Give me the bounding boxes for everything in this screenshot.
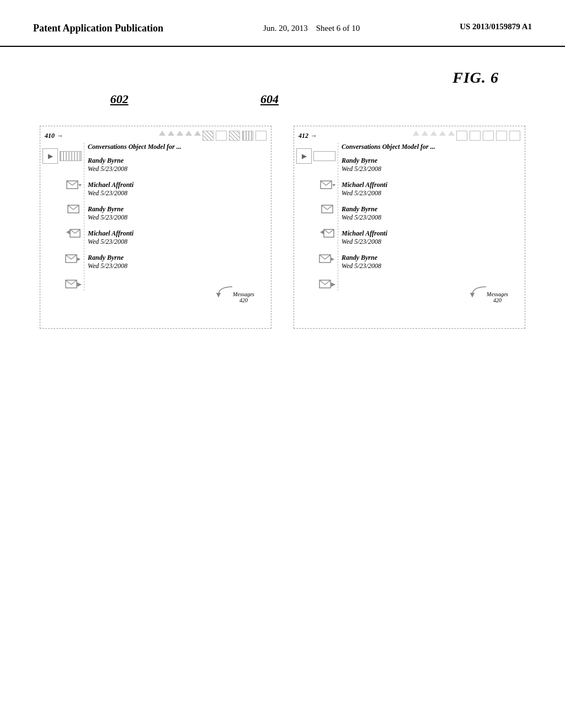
tri-icon [413, 131, 419, 136]
tri-icon [159, 131, 166, 136]
tri-icon [430, 131, 437, 136]
tri-icon [439, 131, 446, 136]
conv-header-602: Conversations Object Model for ... [88, 143, 266, 151]
svg-marker-17 [331, 282, 335, 287]
svg-marker-1 [78, 184, 82, 186]
diag-604-content: Conversations Object Model for ... Randy… [299, 143, 520, 291]
conv-row-2-604: Michael Affronti Wed 5/23/2008 [342, 181, 520, 197]
tri-icon [168, 131, 174, 136]
diagram-labels-row: 602 604 [22, 92, 543, 106]
conv-header-text-604: Conversations Object Model for ... [342, 143, 435, 151]
envelope-arrow-bold-icon-5 [65, 279, 82, 291]
tri-icon [185, 131, 192, 136]
play-button-icon-604 [296, 148, 312, 164]
diag-604-left-col [299, 143, 338, 291]
conv-row-2-602: Michael Affronti Wed 5/23/2008 [88, 181, 266, 197]
svg-marker-3 [66, 230, 70, 234]
diagram-602: 410 → [40, 126, 271, 329]
row-text-2: Michael Affronti Wed 5/23/2008 [88, 181, 266, 197]
header-title: Patent Application Publication [33, 22, 163, 35]
arrow-envelope-icon-604-3 [320, 228, 335, 240]
email-icon-2 [66, 204, 82, 215]
row-text-3: Randy Byrne Wed 5/23/2008 [88, 205, 266, 222]
conv-header-text: Conversations Object Model for ... [88, 143, 182, 151]
svg-marker-12 [320, 230, 324, 234]
icon-box-empty-1 [456, 131, 467, 141]
email-arrow-icon-604-1 [320, 179, 335, 190]
conv-row-3-602: Randy Byrne Wed 5/23/2008 [88, 205, 266, 222]
arrow-label-602: 410 → [45, 132, 63, 140]
svg-marker-15 [331, 258, 334, 261]
messages-label-604: Messages 420 [487, 291, 508, 303]
icon-box-hatched [202, 131, 214, 141]
diag-602-top: 410 → [45, 131, 266, 141]
play-button-icon [42, 148, 58, 164]
diag-602-top-icons [159, 131, 266, 141]
header-patent-number: US 2013/0159879 A1 [460, 22, 532, 31]
diagram-604: 412 → [294, 126, 525, 329]
svg-marker-6 [77, 258, 81, 261]
icon-box-vert-hatch [242, 131, 253, 141]
envelope-arrow-bold-icon-604-5 [319, 279, 335, 291]
header-date-sheet: Jun. 20, 2013 Sheet 6 of 10 [263, 22, 360, 35]
row-text-4: Michael Affronti Wed 5/23/2008 [88, 229, 266, 246]
fig-label: FIG. 6 [452, 69, 499, 87]
diag-604-top-icons [413, 131, 520, 141]
fig-label-area: FIG. 6 [22, 69, 543, 87]
conv-row-3-604: Randy Byrne Wed 5/23/2008 [342, 205, 520, 222]
diag-604-right-col: Conversations Object Model for ... Randy… [338, 143, 520, 291]
row-text-1: Randy Byrne Wed 5/23/2008 [88, 157, 266, 173]
row-text-5: Randy Byrne Wed 5/23/2008 [88, 254, 266, 270]
conv-row-4-602: Michael Affronti Wed 5/23/2008 [88, 229, 266, 246]
tri-icon [177, 131, 183, 136]
curved-arrow-svg [213, 284, 235, 301]
diag-602-right-col: Conversations Object Model for ... Randy… [84, 143, 266, 291]
plain-header-icon-604 [313, 151, 335, 161]
diagrams-container: 410 → [22, 126, 543, 329]
arrow-envelope-icon-3 [66, 228, 82, 240]
tri-icon [448, 131, 455, 136]
envelope-arrow-icon-604-4 [319, 253, 335, 265]
diagram-604-label: 604 [260, 92, 279, 106]
icon-box-empty-5 [509, 131, 520, 141]
conv-row-1-604: Randy Byrne Wed 5/23/2008 [342, 157, 520, 173]
arrow-label-604: 412 → [299, 132, 317, 140]
messages-label-602: Messages 420 [233, 291, 254, 303]
icon-box-empty [216, 131, 227, 141]
conv-header-604: Conversations Object Model for ... [342, 143, 520, 151]
diag-602-left-col [45, 143, 84, 291]
email-arrow-icon-1 [66, 179, 82, 190]
conv-row-5-604: Randy Byrne Wed 5/23/2008 [342, 254, 520, 270]
diag-604-top: 412 → [299, 131, 520, 141]
main-content: FIG. 6 602 604 410 → [0, 47, 565, 340]
icon-box-empty-4 [496, 131, 507, 141]
icon-box-hatched [229, 131, 240, 141]
svg-marker-10 [332, 184, 335, 186]
diagram-602-label: 602 [110, 92, 129, 106]
conv-row-1-602: Randy Byrne Wed 5/23/2008 [88, 157, 266, 173]
striped-header-icon [60, 151, 82, 161]
email-icon-604-2 [320, 204, 335, 215]
icon-box-empty-2 [470, 131, 481, 141]
envelope-arrow-icon-4 [65, 253, 82, 265]
tri-icon [422, 131, 428, 136]
patent-header: Patent Application Publication Jun. 20, … [0, 0, 565, 47]
svg-marker-8 [77, 282, 82, 287]
tri-icon [194, 131, 201, 136]
icon-box-empty-3 [483, 131, 494, 141]
conv-row-4-604: Michael Affronti Wed 5/23/2008 [342, 229, 520, 246]
conv-row-5-602: Randy Byrne Wed 5/23/2008 [88, 254, 266, 270]
icon-box-empty [255, 131, 266, 141]
curved-arrow-svg-604 [467, 284, 489, 301]
diag-602-content: Conversations Object Model for ... Randy… [45, 143, 266, 291]
